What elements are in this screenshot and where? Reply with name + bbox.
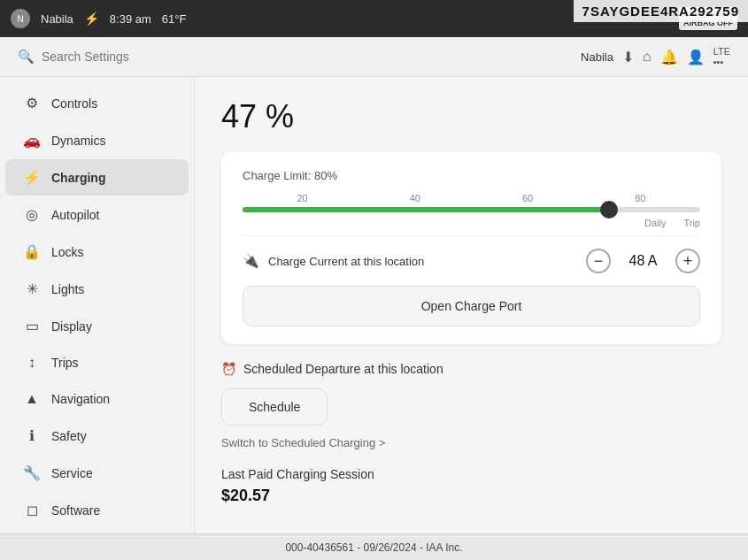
software-icon: ◻ <box>23 502 41 518</box>
bell-icon: 🔔 <box>660 49 678 65</box>
trips-icon: ↕ <box>23 355 41 371</box>
sidebar-item-controls[interactable]: ⚙ Controls <box>5 85 189 121</box>
signal-icon: LTE▪▪▪ <box>713 46 730 67</box>
charge-current-row: 🔌 Charge Current at this location − 48 A… <box>243 235 700 277</box>
slider-sublabels: Daily Trip <box>243 218 700 228</box>
controls-icon: ⚙ <box>23 95 41 111</box>
status-avatar: N <box>11 9 30 28</box>
sidebar-label-autopilot: Autopilot <box>51 208 99 222</box>
schedule-button[interactable]: Schedule <box>221 388 328 426</box>
slider-labels: 20 40 60 80 <box>243 193 700 203</box>
header-right: Nabila ⬇ ⌂ 🔔 👤 LTE▪▪▪ <box>581 46 730 67</box>
slider-thumb[interactable] <box>600 201 618 219</box>
sidebar-item-software[interactable]: ◻ Software <box>5 492 189 528</box>
service-icon: 🔧 <box>23 464 41 481</box>
download-icon: ⬇ <box>622 49 634 65</box>
search-bar: 🔍 Nabila ⬇ ⌂ 🔔 👤 LTE▪▪▪ <box>0 37 748 77</box>
navigation-icon: ▲ <box>23 391 41 407</box>
charge-limit-card: Charge Limit: 80% 20 40 60 80 Daily Trip <box>221 151 721 344</box>
current-controls: − 48 A + <box>586 249 700 273</box>
sidebar-label-navigation: Navigation <box>51 392 110 406</box>
charge-limit-label: Charge Limit: 80% <box>243 169 700 182</box>
sidebar-label-controls: Controls <box>51 96 97 111</box>
locks-icon: 🔒 <box>23 243 41 260</box>
sidebar-label-display: Display <box>51 319 92 334</box>
increase-current-button[interactable]: + <box>675 249 700 273</box>
sidebar-item-navigation[interactable]: ▲ Navigation <box>5 381 189 417</box>
vin-label: 7SAYGDEE4RA292759 <box>574 0 748 22</box>
display-icon: ▭ <box>23 318 41 334</box>
sidebar-item-safety[interactable]: ℹ Safety <box>5 418 189 454</box>
home-icon: ⌂ <box>643 49 652 65</box>
charging-icon: ⚡ <box>23 169 41 186</box>
sidebar-item-lights[interactable]: ✳ Lights <box>5 271 189 307</box>
search-icon: 🔍 <box>18 49 35 65</box>
sidebar: ⚙ Controls 🚗 Dynamics ⚡ Charging ◎ Autop… <box>0 77 195 533</box>
decrease-current-button[interactable]: − <box>586 249 611 273</box>
sidebar-label-safety: Safety <box>51 429 87 443</box>
slider-daily-label: Daily <box>644 218 666 228</box>
slider-label-20: 20 <box>297 193 308 203</box>
slider-label-60: 60 <box>522 193 533 203</box>
sidebar-item-autopilot[interactable]: ◎ Autopilot <box>5 196 189 233</box>
sidebar-label-locks: Locks <box>51 245 84 259</box>
slider-label-40: 40 <box>410 193 420 203</box>
sidebar-item-trips[interactable]: ↕ Trips <box>5 345 189 380</box>
scheduled-title-text: Scheduled Departure at this location <box>243 362 443 376</box>
scheduled-title: ⏰ Scheduled Departure at this location <box>221 362 721 376</box>
bottom-bar: 000-40436561 - 09/26/2024 - IAA Inc. <box>0 533 748 560</box>
status-temp: 61°F <box>162 12 187 26</box>
sidebar-label-charging: Charging <box>51 171 105 185</box>
current-value: 48 A <box>623 253 663 269</box>
sidebar-item-dynamics[interactable]: 🚗 Dynamics <box>5 122 189 158</box>
profile-icon: 👤 <box>687 49 705 65</box>
main-content: 47 % Charge Limit: 80% 20 40 60 80 Daily… <box>195 77 748 533</box>
dynamics-icon: 🚗 <box>23 132 41 149</box>
lights-icon: ✳ <box>23 280 41 297</box>
top-icons: ⬇ ⌂ 🔔 👤 LTE▪▪▪ <box>622 46 730 67</box>
charge-current-label: 🔌 Charge Current at this location <box>243 253 586 269</box>
plug-icon: 🔌 <box>243 253 259 269</box>
status-username: Nabila <box>41 12 73 26</box>
content-area: ⚙ Controls 🚗 Dynamics ⚡ Charging ◎ Autop… <box>0 77 748 533</box>
last-paid-section: Last Paid Charging Session $20.57 <box>221 467 721 505</box>
sidebar-label-trips: Trips <box>51 356 79 370</box>
clock-icon: ⏰ <box>221 362 236 376</box>
sidebar-item-locks[interactable]: 🔒 Locks <box>5 234 189 270</box>
bottom-bar-text: 000-40436561 - 09/26/2024 - IAA Inc. <box>285 541 462 554</box>
autopilot-icon: ◎ <box>23 206 41 223</box>
last-paid-title: Last Paid Charging Session <box>221 467 721 481</box>
search-input[interactable] <box>42 50 574 64</box>
charge-current-text: Charge Current at this location <box>268 255 424 268</box>
last-paid-amount: $20.57 <box>221 487 721 505</box>
switch-to-scheduled-link[interactable]: Switch to Scheduled Charging > <box>221 436 721 449</box>
status-time: 8:39 am <box>110 12 151 26</box>
slider-fill <box>243 207 609 212</box>
sidebar-item-service[interactable]: 🔧 Service <box>5 455 189 491</box>
sidebar-label-software: Software <box>51 503 100 518</box>
status-lightning-icon: ⚡ <box>84 12 99 26</box>
charge-slider-track[interactable] <box>243 207 700 212</box>
sidebar-label-dynamics: Dynamics <box>51 134 105 148</box>
open-charge-port-button[interactable]: Open Charge Port <box>243 286 700 326</box>
safety-icon: ℹ <box>23 427 41 444</box>
charge-percent: 47 % <box>221 98 721 135</box>
sidebar-label-service: Service <box>51 466 93 480</box>
slider-trip-label: Trip <box>683 218 700 228</box>
sidebar-item-display[interactable]: ▭ Display <box>5 308 189 344</box>
app-container: 🔍 Nabila ⬇ ⌂ 🔔 👤 LTE▪▪▪ ⚙ Controls 🚗 Dyn… <box>0 37 748 533</box>
slider-label-80: 80 <box>635 193 645 203</box>
header-username: Nabila <box>581 50 613 64</box>
sidebar-item-charging[interactable]: ⚡ Charging <box>5 159 189 196</box>
sidebar-label-lights: Lights <box>51 282 84 296</box>
scheduled-section: ⏰ Scheduled Departure at this location S… <box>221 362 721 449</box>
